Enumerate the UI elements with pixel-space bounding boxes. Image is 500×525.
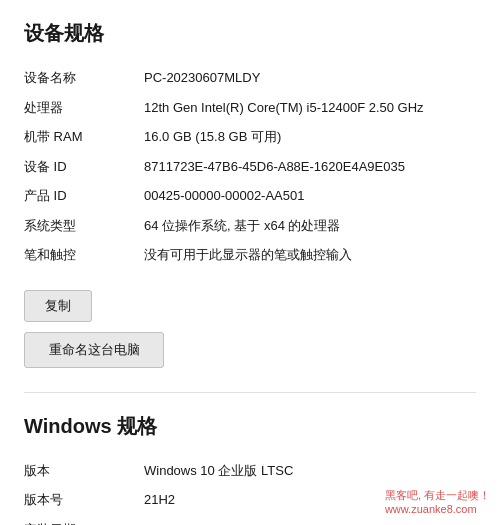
windows-section-title: Windows 规格: [24, 413, 476, 440]
field-value: 2023/6/7: [144, 515, 476, 526]
table-row: 设备名称 PC-20230607MLDY: [24, 63, 476, 93]
field-label: 安装日期: [24, 515, 144, 526]
field-value: 64 位操作系统, 基于 x64 的处理器: [144, 211, 476, 241]
field-value: Windows 10 企业版 LTSC: [144, 456, 476, 486]
table-row: 版本 Windows 10 企业版 LTSC: [24, 456, 476, 486]
section-divider: [24, 392, 476, 393]
field-label: 产品 ID: [24, 181, 144, 211]
windows-info-table: 版本 Windows 10 企业版 LTSC 版本号 21H2 安装日期 202…: [24, 456, 476, 526]
copy-button[interactable]: 复制: [24, 290, 92, 322]
field-label: 版本: [24, 456, 144, 486]
field-label: 笔和触控: [24, 240, 144, 270]
field-value: 没有可用于此显示器的笔或触控输入: [144, 240, 476, 270]
windows-section: Windows 规格 版本 Windows 10 企业版 LTSC 版本号 21…: [24, 413, 476, 526]
rename-button[interactable]: 重命名这台电脑: [24, 332, 164, 368]
field-value: PC-20230607MLDY: [144, 63, 476, 93]
device-info-table: 设备名称 PC-20230607MLDY 处理器 12th Gen Intel(…: [24, 63, 476, 270]
table-row: 机带 RAM 16.0 GB (15.8 GB 可用): [24, 122, 476, 152]
table-row: 版本号 21H2: [24, 485, 476, 515]
field-value: 12th Gen Intel(R) Core(TM) i5-12400F 2.5…: [144, 93, 476, 123]
field-label: 设备名称: [24, 63, 144, 93]
field-label: 机带 RAM: [24, 122, 144, 152]
field-value: 00425-00000-00002-AA501: [144, 181, 476, 211]
table-row: 安装日期 2023/6/7: [24, 515, 476, 526]
field-value: 16.0 GB (15.8 GB 可用): [144, 122, 476, 152]
field-label: 处理器: [24, 93, 144, 123]
field-value: 8711723E-47B6-45D6-A88E-1620E4A9E035: [144, 152, 476, 182]
table-row: 设备 ID 8711723E-47B6-45D6-A88E-1620E4A9E0…: [24, 152, 476, 182]
table-row: 处理器 12th Gen Intel(R) Core(TM) i5-12400F…: [24, 93, 476, 123]
field-value: 21H2: [144, 485, 476, 515]
device-section: 设备规格 设备名称 PC-20230607MLDY 处理器 12th Gen I…: [24, 20, 476, 368]
table-row: 产品 ID 00425-00000-00002-AA501: [24, 181, 476, 211]
field-label: 版本号: [24, 485, 144, 515]
table-row: 系统类型 64 位操作系统, 基于 x64 的处理器: [24, 211, 476, 241]
field-label: 系统类型: [24, 211, 144, 241]
device-section-title: 设备规格: [24, 20, 476, 47]
table-row: 笔和触控 没有可用于此显示器的笔或触控输入: [24, 240, 476, 270]
field-label: 设备 ID: [24, 152, 144, 182]
